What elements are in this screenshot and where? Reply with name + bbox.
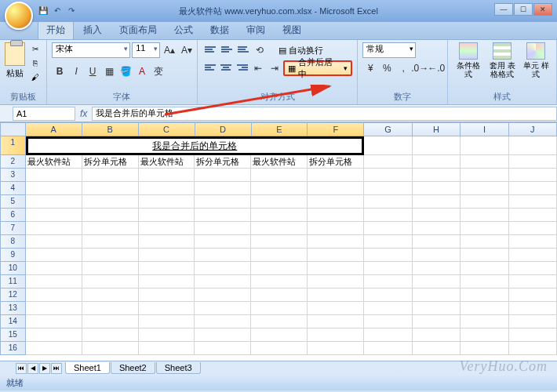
cell[interactable] <box>308 275 364 289</box>
cell[interactable] <box>308 169 364 182</box>
cell[interactable] <box>139 209 195 222</box>
increase-decimal-icon[interactable]: .0→ <box>412 60 428 76</box>
sheet-tab[interactable]: Sheet3 <box>156 362 201 374</box>
cell[interactable] <box>461 275 508 289</box>
row-header[interactable]: 13 <box>0 302 26 315</box>
cell[interactable] <box>461 222 508 235</box>
font-name-combo[interactable]: 宋体 <box>52 42 130 58</box>
cell[interactable] <box>195 209 251 222</box>
undo-icon[interactable]: ↶ <box>52 5 63 16</box>
cell[interactable] <box>364 209 412 222</box>
cell[interactable] <box>364 169 412 182</box>
cell[interactable] <box>251 275 308 289</box>
cell[interactable] <box>364 235 412 249</box>
row-header[interactable]: 1 <box>0 136 26 155</box>
cell[interactable] <box>139 342 195 355</box>
cell[interactable] <box>308 302 364 315</box>
cell[interactable] <box>461 182 508 195</box>
align-right-icon[interactable] <box>235 60 250 76</box>
cell[interactable] <box>26 262 82 275</box>
cell[interactable] <box>413 275 461 289</box>
row-header[interactable]: 8 <box>0 235 26 249</box>
cell[interactable] <box>461 249 508 262</box>
cell[interactable] <box>26 209 82 222</box>
merged-cell[interactable]: 我是合并后的单元格 <box>26 136 364 155</box>
italic-button[interactable]: I <box>68 64 84 79</box>
cell[interactable] <box>26 328 82 342</box>
cell[interactable] <box>195 169 251 182</box>
cell[interactable] <box>509 249 557 262</box>
cell[interactable] <box>461 136 509 155</box>
orientation-icon[interactable]: ⟲ <box>252 42 268 58</box>
cell[interactable] <box>26 302 82 315</box>
increase-font-icon[interactable]: A▴ <box>162 42 177 58</box>
row-header[interactable]: 12 <box>0 289 26 302</box>
cell[interactable] <box>364 302 412 315</box>
name-box[interactable]: A1 <box>13 107 75 121</box>
cell[interactable] <box>195 182 251 195</box>
number-format-combo[interactable]: 常规 <box>362 42 416 58</box>
cell[interactable] <box>26 169 82 182</box>
cell[interactable] <box>251 195 308 209</box>
cell[interactable] <box>413 302 461 315</box>
cell[interactable]: 拆分单元格 <box>82 155 139 169</box>
cell[interactable] <box>26 195 82 209</box>
ribbon-tab-插入[interactable]: 插入 <box>75 21 110 39</box>
align-bottom-icon[interactable] <box>235 42 251 58</box>
cell[interactable] <box>364 136 413 155</box>
cell[interactable] <box>364 222 412 235</box>
select-all-corner[interactable] <box>0 122 26 136</box>
cell[interactable] <box>82 275 139 289</box>
cell[interactable] <box>139 315 195 328</box>
cell[interactable] <box>461 315 508 328</box>
cell[interactable] <box>308 235 364 249</box>
align-middle-icon[interactable] <box>219 42 235 58</box>
save-icon[interactable]: 💾 <box>38 5 49 16</box>
cell[interactable] <box>308 249 364 262</box>
next-sheet-icon[interactable]: ▶ <box>39 363 50 374</box>
column-header[interactable]: D <box>195 122 252 136</box>
cell[interactable] <box>461 155 508 169</box>
cell[interactable] <box>251 169 308 182</box>
cell[interactable] <box>509 136 558 155</box>
wrap-text-button[interactable]: ▤自动换行 <box>275 42 326 58</box>
cell[interactable] <box>413 195 461 209</box>
cell[interactable] <box>509 155 557 169</box>
cell[interactable] <box>26 275 82 289</box>
cell[interactable] <box>139 328 195 342</box>
cell[interactable] <box>251 315 308 328</box>
column-header[interactable]: A <box>26 122 82 136</box>
cell[interactable] <box>364 195 412 209</box>
cell[interactable] <box>413 169 461 182</box>
cell[interactable] <box>413 328 461 342</box>
cell[interactable] <box>461 289 508 302</box>
cell[interactable] <box>413 289 461 302</box>
last-sheet-icon[interactable]: ⏭ <box>51 363 62 374</box>
cell[interactable] <box>308 289 364 302</box>
cell[interactable] <box>139 262 195 275</box>
cell[interactable] <box>509 328 557 342</box>
cell[interactable] <box>195 262 251 275</box>
cell[interactable] <box>364 155 412 169</box>
cell[interactable] <box>139 182 195 195</box>
row-header[interactable]: 6 <box>0 209 26 222</box>
cell[interactable] <box>82 195 139 209</box>
cell[interactable] <box>461 302 508 315</box>
cell[interactable] <box>82 342 139 355</box>
cell[interactable] <box>509 222 557 235</box>
cell[interactable] <box>26 315 82 328</box>
cell[interactable] <box>308 195 364 209</box>
cell[interactable] <box>195 275 251 289</box>
cell[interactable] <box>26 222 82 235</box>
ribbon-tab-数据[interactable]: 数据 <box>202 21 237 39</box>
cell[interactable] <box>461 342 508 355</box>
cell[interactable] <box>82 209 139 222</box>
cell[interactable] <box>195 249 251 262</box>
cell[interactable] <box>364 328 412 342</box>
sheet-tab[interactable]: Sheet2 <box>111 362 155 374</box>
cell[interactable] <box>195 302 251 315</box>
maximize-button[interactable]: ☐ <box>514 3 533 16</box>
cell[interactable] <box>139 275 195 289</box>
cell[interactable] <box>364 342 412 355</box>
cell[interactable] <box>82 302 139 315</box>
